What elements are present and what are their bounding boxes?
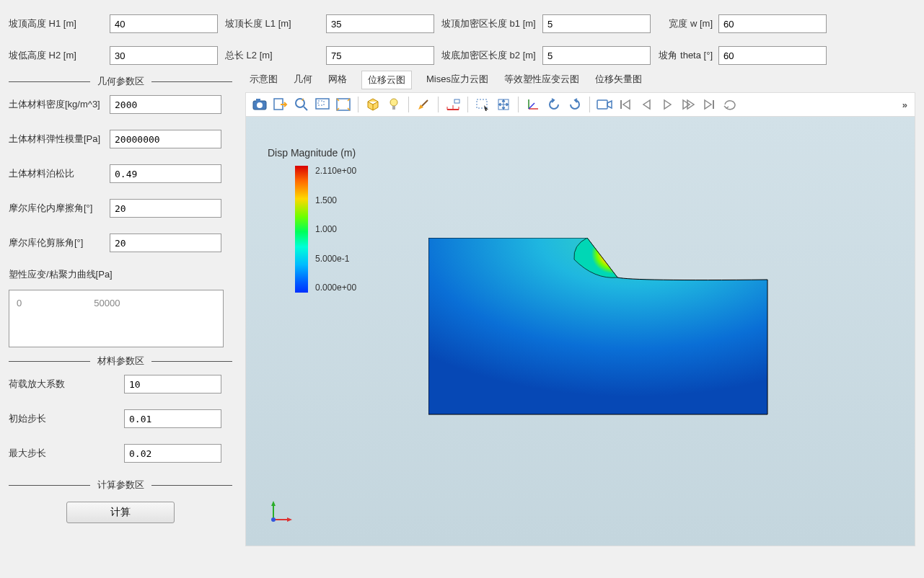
label-b1: 坡顶加密区长度 b1 [m] [441,17,537,30]
input-poisson[interactable] [110,164,221,183]
param-init-step: 初始步长 [9,409,232,428]
param-max-step: 最大步长 [9,444,232,463]
svg-rect-10 [392,106,395,110]
input-h1[interactable] [110,14,218,33]
legend-colorbar [295,166,308,293]
label-curve: 塑性应变/粘聚力曲线[Pa] [9,268,232,281]
input-h2[interactable] [110,46,218,65]
param-h2: 坡低高度 H2 [m] [9,46,218,65]
section-compute: 计算参数区 [9,479,232,492]
color-legend: Disp Magnitude (m) 2.110e+00 1.500 1.000… [268,147,356,293]
label-b2: 坡底加密区长度 b2 [m] [441,49,537,62]
input-b1[interactable] [542,14,651,33]
input-theta[interactable] [718,46,827,65]
right-panel: 示意图 几何 网格 位移云图 Mises应力云图 等效塑性应变云图 位移矢量图 [245,71,915,546]
param-w: 宽度 w [m] [658,14,827,33]
label-h1: 坡顶高度 H1 [m] [9,17,104,30]
viewport-toolbar: » [245,92,915,117]
legend-tick: 2.110e+00 [315,166,356,176]
view-tabs: 示意图 几何 网格 位移云图 Mises应力云图 等效塑性应变云图 位移矢量图 [245,71,915,92]
zoom-box-icon[interactable] [313,95,332,114]
brush-icon[interactable] [414,95,433,114]
loop-icon[interactable] [721,95,739,114]
label-init-step: 初始步长 [9,412,124,425]
label-l2: 总长 L2 [m] [225,49,320,62]
tab-mesh[interactable]: 网格 [327,71,348,89]
legend-tick: 1.000 [315,224,356,234]
input-init-step[interactable] [124,409,221,428]
rotate-cw-icon[interactable] [566,95,584,114]
tab-displacement[interactable]: 位移云图 [361,71,412,89]
tab-schematic[interactable]: 示意图 [248,71,279,89]
move-icon[interactable] [494,95,513,114]
box-view-icon[interactable] [364,95,382,114]
input-l2[interactable] [326,46,434,65]
input-w[interactable] [718,14,827,33]
prev-frame-icon[interactable] [637,95,656,114]
param-density: 土体材料密度[kg/m^3] [9,95,232,114]
compute-button[interactable]: 计算 [66,502,175,523]
next-frame-icon[interactable] [679,95,698,114]
section-material: 材料参数区 [9,355,232,368]
export-icon[interactable] [271,95,290,114]
tab-mises[interactable]: Mises应力云图 [425,71,490,89]
curve-table[interactable]: 0 50000 [9,290,224,347]
play-icon[interactable] [658,95,677,114]
svg-line-5 [304,107,307,110]
section-geometry: 几何参数区 [9,75,232,88]
svg-marker-26 [271,501,276,506]
screenshot-icon[interactable] [250,95,269,114]
viewport[interactable]: Disp Magnitude (m) 2.110e+00 1.500 1.000… [245,117,915,546]
zoom-fit-icon[interactable] [334,95,353,114]
param-b1: 坡顶加密区长度 b1 [m] [441,14,651,33]
label-theta: 坡角 theta [°] [658,49,713,62]
label-h2: 坡低高度 H2 [m] [9,49,104,62]
input-elastic[interactable] [110,130,221,148]
param-l1: 坡顶长度 L1 [m] [225,14,434,33]
tab-plastic-strain[interactable]: 等效塑性应变云图 [503,71,581,89]
label-poisson: 土体材料泊松比 [9,167,110,180]
camera-icon[interactable] [595,95,614,114]
legend-title: Disp Magnitude (m) [268,147,356,159]
toolbar-more-button[interactable]: » [899,99,910,110]
input-load-factor[interactable] [124,375,221,394]
curve-col1: 0 [17,298,22,339]
param-poisson: 土体材料泊松比 [9,164,232,183]
ruler-icon[interactable] [444,95,462,114]
label-w: 宽度 w [m] [658,17,713,30]
svg-line-21 [529,103,534,109]
label-dilation: 摩尔库伦剪胀角[°] [9,236,110,249]
param-dilation: 摩尔库伦剪胀角[°] [9,234,232,252]
label-density: 土体材料密度[kg/m^3] [9,98,110,111]
rotate-ccw-icon[interactable] [545,95,563,114]
zoom-icon[interactable] [292,95,311,114]
tab-vector[interactable]: 位移矢量图 [594,71,643,89]
legend-tick: 1.500 [315,195,356,205]
last-frame-icon[interactable] [700,95,718,114]
left-panel: 几何参数区 土体材料密度[kg/m^3] 土体材料弹性模量[Pa] 土体材料泊松… [9,71,232,546]
top-parameters-grid: 坡顶高度 H1 [m] 坡顶长度 L1 [m] 坡顶加密区长度 b1 [m] 宽… [0,0,924,71]
curve-col2: 50000 [94,298,120,339]
axis-icon[interactable] [524,95,542,114]
input-l1[interactable] [326,14,434,33]
svg-rect-22 [597,100,607,109]
legend-ticks: 2.110e+00 1.500 1.000 5.000e-1 0.000e+00 [315,166,356,293]
svg-rect-2 [256,99,260,102]
svg-rect-16 [454,99,459,103]
input-density[interactable] [110,95,221,114]
label-friction: 摩尔库伦内摩擦角[°] [9,202,110,215]
select-icon[interactable] [473,95,492,114]
param-load-factor: 荷载放大系数 [9,375,232,394]
input-max-step[interactable] [124,444,221,463]
input-b2[interactable] [542,46,651,65]
input-dilation[interactable] [110,234,221,252]
svg-rect-7 [318,101,324,105]
tab-geometry[interactable]: 几何 [292,71,314,89]
param-l2: 总长 L2 [m] [225,46,434,65]
label-elastic: 土体材料弹性模量[Pa] [9,133,110,146]
axis-triad-icon [268,499,294,525]
first-frame-icon[interactable] [616,95,635,114]
input-friction[interactable] [110,199,221,218]
svg-line-11 [422,100,428,106]
light-icon[interactable] [384,95,403,114]
